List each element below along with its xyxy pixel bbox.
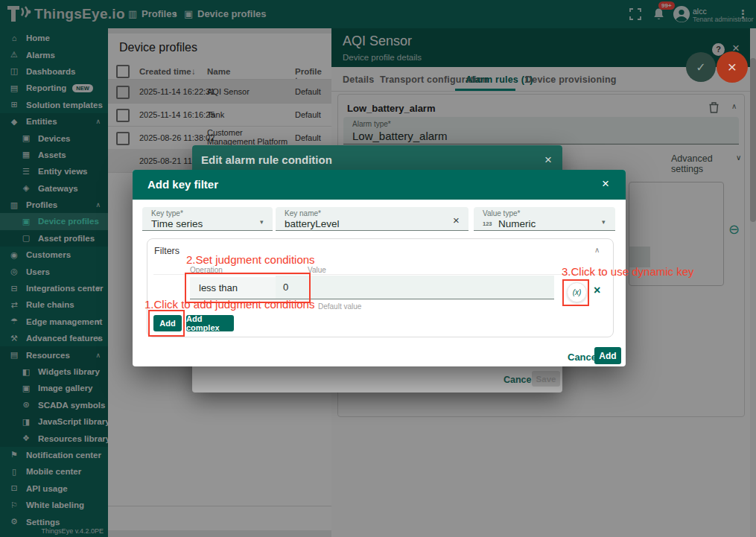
key-type-value: Time series (151, 218, 203, 229)
key-name-value: batteryLevel (285, 218, 340, 229)
key-name-input[interactable]: Key name* batteryLevel × (276, 207, 468, 231)
annotation-step2: 2.Set judgment conditions (186, 253, 315, 266)
annotation-box-add (148, 310, 185, 337)
key-type-select[interactable]: Key type* Time series ▾ (142, 207, 273, 231)
remove-filter-icon[interactable]: × (594, 284, 600, 297)
annotation-step3: 3.Click to use dynamic key (562, 265, 694, 278)
close-icon: × (728, 58, 737, 76)
apply-changes-fab[interactable]: ✓ (686, 52, 716, 82)
close-modal-icon[interactable]: × (602, 177, 609, 190)
app-root: ThingsEye.io ▥ Profiles › ▣ Device profi… (0, 0, 756, 537)
save-button-disabled[interactable]: Save (532, 371, 560, 387)
add-complex-button[interactable]: Add complex (186, 315, 234, 331)
discard-changes-fab[interactable]: × (717, 51, 748, 83)
value-type-select[interactable]: Value type* 123 Numeric ▾ (474, 207, 615, 231)
value-type-label: Value type* (483, 209, 520, 217)
close-modal-icon[interactable]: × (544, 153, 552, 166)
add-button[interactable]: Add (594, 347, 621, 364)
modal-title: Add key filter (147, 178, 218, 191)
numeric-type-icon: 123 (483, 220, 492, 227)
filters-title: Filters (154, 246, 180, 256)
value-input[interactable]: 0 (276, 276, 554, 299)
collapse-filters-icon[interactable]: ∧ (594, 246, 600, 254)
dropdown-caret-icon: ▾ (260, 218, 264, 226)
annotation-box-dynamic-key (562, 279, 589, 306)
modal-header: Add key filter × (133, 170, 626, 200)
dropdown-caret-icon: ▾ (602, 218, 606, 226)
default-value-hint: Default value (318, 302, 361, 311)
key-name-label: Key name* (285, 209, 321, 217)
annotation-step1: 1.Click to add judgment conditions (144, 298, 314, 311)
key-type-label: Key type* (151, 209, 183, 217)
add-key-filter-modal: Add key filter × Key type* Time series ▾… (133, 170, 626, 366)
clear-key-name-icon[interactable]: × (453, 214, 460, 226)
cancel-button[interactable]: Cancel (504, 375, 534, 385)
check-icon: ✓ (696, 60, 705, 74)
modal-title: Edit alarm rule condition (201, 153, 332, 166)
value-type-value: Numeric (498, 218, 536, 229)
